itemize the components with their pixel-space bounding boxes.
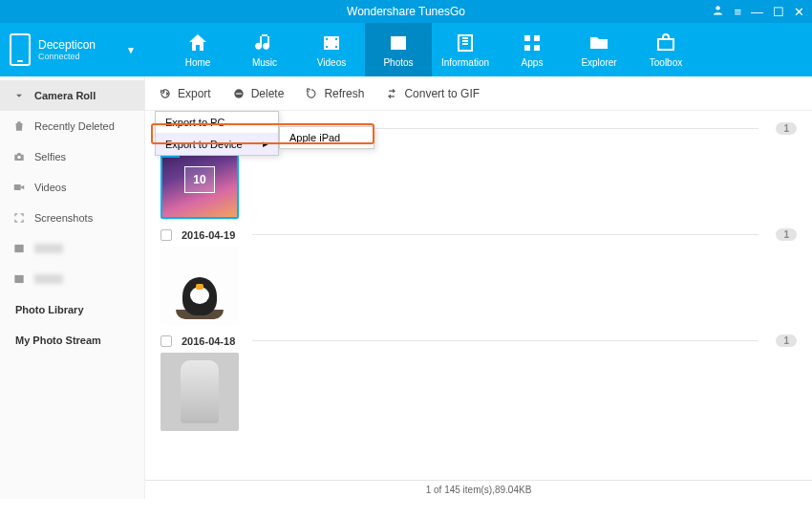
- group-header: 2016-04-19 1: [160, 228, 797, 241]
- sidebar-item-hidden-1[interactable]: [0, 233, 144, 264]
- submenu-arrow-icon: ▸: [263, 138, 268, 150]
- export-icon: [159, 87, 172, 100]
- export-to-pc-option[interactable]: Export to PC: [156, 112, 278, 133]
- refresh-button[interactable]: Refresh: [305, 87, 364, 100]
- sidebar-item-hidden-2[interactable]: [0, 264, 144, 294]
- app-title: Wondershare TunesGo: [347, 5, 465, 18]
- tab-information[interactable]: Information: [432, 23, 499, 76]
- delete-button[interactable]: Delete: [232, 87, 285, 100]
- sidebar-item-recently-deleted[interactable]: Recently Deleted: [0, 111, 144, 141]
- photo-gallery: 1 ✓ 2016-04-19 1 2016-04-18 1: [145, 111, 812, 480]
- svg-point-0: [716, 6, 720, 10]
- image-icon: [11, 242, 27, 255]
- convert-gif-button[interactable]: Convert to GIF: [385, 87, 480, 100]
- photo-thumbnail[interactable]: [160, 247, 239, 325]
- menu-icon[interactable]: ≡: [734, 5, 741, 19]
- status-text: 1 of 145 item(s),89.04KB: [426, 485, 532, 495]
- chevron-down-icon: ▼: [126, 45, 136, 55]
- export-device-submenu[interactable]: Apple iPad: [279, 126, 374, 149]
- toolbar: Export Delete Refresh Convert to GIF: [145, 76, 812, 111]
- convert-icon: [385, 87, 398, 100]
- group-date: 2016-04-19: [182, 229, 235, 241]
- svg-rect-2: [534, 35, 540, 41]
- video-icon: [11, 181, 27, 194]
- maximize-icon[interactable]: ☐: [773, 5, 784, 19]
- sidebar-item-selfies[interactable]: Selfies: [0, 141, 144, 172]
- close-icon[interactable]: ✕: [794, 5, 804, 19]
- group-checkbox[interactable]: [160, 335, 172, 347]
- export-to-device-option[interactable]: Export to Device▸: [156, 133, 278, 155]
- navbar: Decepticon Connected ▼ Home Music Videos…: [0, 23, 812, 76]
- sidebar-item-my-photo-stream[interactable]: My Photo Stream: [0, 325, 144, 356]
- svg-rect-1: [524, 35, 530, 41]
- sidebar-item-screenshots[interactable]: Screenshots: [0, 203, 144, 233]
- device-selector[interactable]: Decepticon Connected ▼: [0, 23, 145, 76]
- export-button[interactable]: Export: [159, 87, 211, 100]
- tab-videos[interactable]: Videos: [298, 23, 365, 76]
- group-count-badge: 1: [776, 335, 797, 347]
- svg-point-5: [17, 156, 21, 160]
- svg-rect-6: [14, 184, 21, 190]
- group-checkbox[interactable]: [160, 229, 172, 241]
- tab-home[interactable]: Home: [164, 23, 231, 76]
- svg-rect-10: [236, 93, 242, 94]
- refresh-icon: [305, 87, 318, 100]
- minimize-icon[interactable]: —: [751, 5, 763, 19]
- svg-rect-3: [524, 45, 530, 51]
- tab-explorer[interactable]: Explorer: [566, 23, 632, 76]
- user-icon[interactable]: [712, 4, 724, 19]
- tab-photos[interactable]: Photos: [365, 23, 432, 76]
- image-icon: [11, 272, 27, 286]
- screenshot-icon: [11, 211, 27, 225]
- device-status: Connected: [38, 52, 126, 61]
- sidebar-item-videos[interactable]: Videos: [0, 172, 144, 203]
- delete-icon: [232, 87, 246, 100]
- window-controls: ≡ — ☐ ✕: [712, 0, 804, 23]
- trash-icon: [11, 119, 27, 133]
- svg-rect-7: [14, 245, 23, 252]
- svg-rect-8: [14, 275, 23, 283]
- photo-thumbnail[interactable]: [160, 353, 239, 431]
- chevron-down-icon: [11, 89, 27, 102]
- sidebar-item-photo-library[interactable]: Photo Library: [0, 294, 144, 325]
- group-count-badge: 1: [776, 228, 797, 241]
- titlebar: Wondershare TunesGo ≡ — ☐ ✕: [0, 0, 812, 23]
- phone-icon: [10, 33, 31, 66]
- sidebar: Camera Roll Recently Deleted Selfies Vid…: [0, 76, 145, 499]
- tab-music[interactable]: Music: [231, 23, 298, 76]
- group-count-badge: 1: [776, 122, 797, 135]
- status-bar: 1 of 145 item(s),89.04KB: [145, 480, 812, 499]
- group-date: 2016-04-18: [182, 335, 235, 347]
- content: Export Delete Refresh Convert to GIF Exp…: [145, 76, 812, 499]
- tab-toolbox[interactable]: Toolbox: [632, 23, 699, 76]
- device-name: Decepticon: [38, 38, 126, 52]
- sidebar-item-camera-roll[interactable]: Camera Roll: [0, 80, 144, 111]
- svg-rect-4: [534, 45, 540, 51]
- export-dropdown: Export to PC Export to Device▸: [155, 111, 279, 156]
- tab-apps[interactable]: Apps: [499, 23, 566, 76]
- camera-icon: [11, 150, 27, 163]
- group-header: 2016-04-18 1: [160, 335, 797, 347]
